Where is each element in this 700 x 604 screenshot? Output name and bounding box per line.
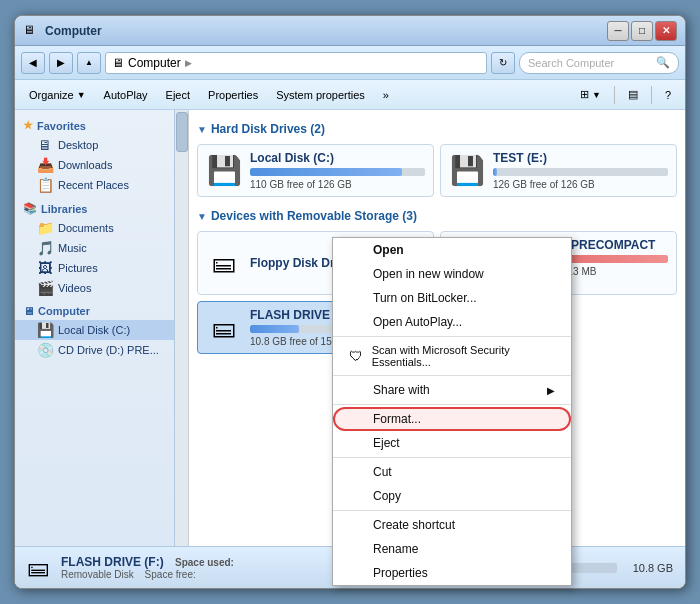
triangle-icon-2: ▼ (197, 211, 207, 222)
sidebar-item-desktop[interactable]: 🖥 Desktop (15, 135, 174, 155)
downloads-icon: 📥 (37, 157, 53, 173)
sidebar-item-documents[interactable]: 📁 Documents (15, 218, 174, 238)
ctx-sep-2 (333, 375, 571, 376)
pictures-icon: 🖼 (37, 260, 53, 276)
toolbar-separator-2 (651, 86, 652, 104)
sidebar: ★ Favorites 🖥 Desktop 📥 Downloads 📋 Rece… (15, 110, 175, 546)
ctx-shield-icon: 🛡 (349, 348, 364, 364)
libraries-section: 📚 Libraries 📁 Documents 🎵 Music 🖼 Pictur… (15, 199, 174, 298)
drive-c-space: 110 GB free of 126 GB (250, 179, 425, 190)
drive-c-bar-container (250, 168, 425, 176)
libraries-icon: 📚 (23, 202, 37, 215)
organize-button[interactable]: Organize ▼ (21, 84, 94, 106)
ctx-security-scan[interactable]: 🛡 Scan with Microsoft Security Essential… (333, 339, 571, 373)
computer-header[interactable]: 🖥 Computer (15, 302, 174, 320)
sidebar-item-videos[interactable]: 🎬 Videos (15, 278, 174, 298)
drive-e-bar (493, 168, 497, 176)
maximize-button[interactable]: □ (631, 21, 653, 41)
ctx-sep-3 (333, 404, 571, 405)
drive-e-space: 126 GB free of 126 GB (493, 179, 668, 190)
ctx-bitlocker[interactable]: Turn on BitLocker... (333, 286, 571, 310)
layout-icon: ▤ (628, 88, 638, 101)
ctx-open[interactable]: Open (333, 238, 571, 262)
desktop-icon: 🖥 (37, 137, 53, 153)
context-menu: Open Open in new window Turn on BitLocke… (332, 237, 572, 586)
properties-button[interactable]: Properties (200, 84, 266, 106)
removable-section-header: ▼ Devices with Removable Storage (3) (197, 209, 677, 223)
recent-places-icon: 📋 (37, 177, 53, 193)
help-button[interactable]: ? (657, 84, 679, 106)
libraries-header[interactable]: 📚 Libraries (15, 199, 174, 218)
layout-button[interactable]: ▤ (620, 84, 646, 106)
drive-f-bar (250, 325, 299, 333)
close-button[interactable]: ✕ (655, 21, 677, 41)
breadcrumb-arrow: ▶ (185, 58, 192, 68)
documents-icon: 📁 (37, 220, 53, 236)
scrollbar[interactable] (175, 110, 189, 546)
drive-e-icon: 💾 (449, 154, 485, 187)
toolbar: Organize ▼ AutoPlay Eject Properties Sys… (15, 80, 685, 110)
help-icon: ? (665, 89, 671, 101)
favorites-star-icon: ★ (23, 119, 33, 132)
drive-c-bar (250, 168, 402, 176)
eject-button[interactable]: Eject (158, 84, 198, 106)
space-free-item: 10.8 GB (633, 562, 673, 574)
window-title: Computer (45, 24, 102, 38)
drive-a-icon: 🖴 (206, 249, 242, 277)
window-icon: 🖥 (23, 23, 39, 39)
sidebar-item-local-disk-c[interactable]: 💾 Local Disk (C:) (15, 320, 174, 340)
ctx-rename[interactable]: Rename (333, 537, 571, 561)
drive-e-bar-container (493, 168, 668, 176)
refresh-button[interactable]: ↻ (491, 52, 515, 74)
drive-f-icon: 🖴 (206, 314, 242, 342)
ctx-share-arrow-icon: ▶ (547, 385, 555, 396)
ctx-copy[interactable]: Copy (333, 484, 571, 508)
address-bar: ◀ ▶ ▲ 🖥 Computer ▶ ↻ Search Computer 🔍 (15, 46, 685, 80)
system-properties-button[interactable]: System properties (268, 84, 373, 106)
ctx-share-with[interactable]: Share with ▶ (333, 378, 571, 402)
breadcrumb-bar[interactable]: 🖥 Computer ▶ (105, 52, 487, 74)
computer-icon: 🖥 (23, 305, 34, 317)
breadcrumb-text: Computer (128, 56, 181, 70)
ctx-autoplay[interactable]: Open AutoPlay... (333, 310, 571, 334)
minimize-button[interactable]: ─ (607, 21, 629, 41)
ctx-sep-5 (333, 510, 571, 511)
drive-e-name: TEST (E:) (493, 151, 668, 165)
sidebar-item-recent-places[interactable]: 📋 Recent Places (15, 175, 174, 195)
title-buttons: ─ □ ✕ (607, 21, 677, 41)
sidebar-item-cd-drive-d[interactable]: 💿 CD Drive (D:) PRE... (15, 340, 174, 360)
status-drive-icon: 🖴 (27, 555, 49, 581)
triangle-icon: ▼ (197, 124, 207, 135)
local-disk-c-icon: 💾 (37, 322, 53, 338)
drive-c-icon: 💾 (206, 154, 242, 187)
ctx-create-shortcut[interactable]: Create shortcut (333, 513, 571, 537)
back-button[interactable]: ◀ (21, 52, 45, 74)
sidebar-item-music[interactable]: 🎵 Music (15, 238, 174, 258)
search-placeholder: Search Computer (528, 57, 614, 69)
autoplay-button[interactable]: AutoPlay (96, 84, 156, 106)
music-icon: 🎵 (37, 240, 53, 256)
drive-item-e[interactable]: 💾 TEST (E:) 126 GB free of 126 GB (440, 144, 677, 197)
sidebar-item-pictures[interactable]: 🖼 Pictures (15, 258, 174, 278)
forward-button[interactable]: ▶ (49, 52, 73, 74)
ctx-cut[interactable]: Cut (333, 460, 571, 484)
drive-e-info: TEST (E:) 126 GB free of 126 GB (493, 151, 668, 190)
search-icon: 🔍 (656, 56, 670, 69)
ctx-properties[interactable]: Properties (333, 561, 571, 585)
ctx-open-new-window[interactable]: Open in new window (333, 262, 571, 286)
ctx-eject[interactable]: Eject (333, 431, 571, 455)
computer-section: 🖥 Computer 💾 Local Disk (C:) 💿 CD Drive … (15, 302, 174, 360)
view-icon-button[interactable]: ⊞ ▼ (572, 84, 609, 106)
drive-item-c[interactable]: 💾 Local Disk (C:) 110 GB free of 126 GB (197, 144, 434, 197)
ctx-format[interactable]: Format... (333, 407, 571, 431)
up-button[interactable]: ▲ (77, 52, 101, 74)
hard-disk-drives-grid: 💾 Local Disk (C:) 110 GB free of 126 GB … (197, 144, 677, 197)
sidebar-item-downloads[interactable]: 📥 Downloads (15, 155, 174, 175)
cd-drive-d-icon: 💿 (37, 342, 53, 358)
scrollbar-thumb[interactable] (176, 112, 188, 152)
toolbar-separator (614, 86, 615, 104)
favorites-header[interactable]: ★ Favorites (15, 116, 174, 135)
title-bar-left: 🖥 Computer (23, 23, 102, 39)
search-bar[interactable]: Search Computer 🔍 (519, 52, 679, 74)
more-button[interactable]: » (375, 84, 397, 106)
